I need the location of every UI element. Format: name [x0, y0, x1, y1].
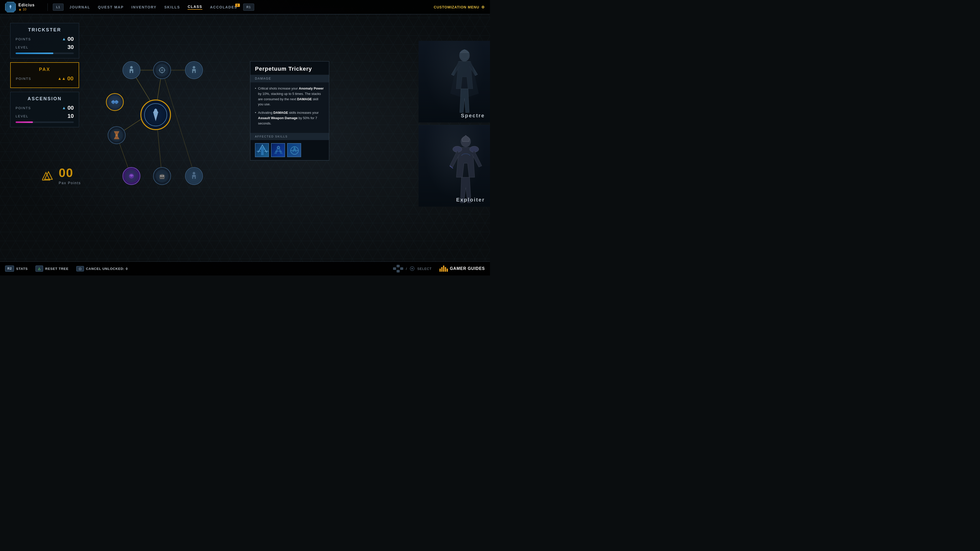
- tooltip-affected-skills-title: AFFECTED SKILLS: [250, 133, 329, 140]
- pax-display-icon: [42, 170, 55, 181]
- ascension-level-label: LEVEL: [16, 114, 28, 118]
- ascension-progress-bar: [16, 121, 74, 123]
- svg-rect-39: [396, 270, 400, 272]
- trickster-level-value: 30: [68, 44, 74, 51]
- player-info: Edicius ▲ 10: [5, 2, 35, 13]
- select-separator: /: [406, 267, 407, 271]
- svg-point-12: [130, 66, 133, 68]
- pax-points-arrow: ▲▲: [58, 76, 66, 81]
- ascension-card: ASCENSION POINTS ▲ 00 LEVEL 10: [10, 92, 79, 127]
- level-arrow: ▲: [18, 7, 22, 11]
- ascension-title: ASCENSION: [16, 96, 74, 102]
- exploiter-name: Exploiter: [456, 197, 485, 203]
- pax-points-row: POINTS ▲▲ 00: [16, 75, 73, 82]
- player-avatar: [5, 2, 16, 13]
- l1-button[interactable]: L1: [53, 3, 64, 11]
- exploiter-panel: Exploiter: [418, 125, 490, 206]
- trickster-progress-bar: [16, 52, 74, 54]
- center-node-inner: [144, 103, 167, 126]
- tooltip-skill-3[interactable]: [287, 143, 301, 157]
- skill-node-top-right[interactable]: [185, 61, 203, 79]
- triangle-key: △: [35, 265, 43, 272]
- gg-text: GAMER GUIDES: [450, 266, 485, 271]
- tooltip-skill-2[interactable]: [271, 143, 285, 157]
- trickster-points-row: POINTS ▲ 00: [16, 36, 74, 42]
- pax-display-number: 00: [59, 166, 81, 180]
- nav-quest-map[interactable]: QUEST MAP: [98, 5, 124, 9]
- nav-journal[interactable]: JOURNAL: [69, 5, 90, 9]
- r2-key: R2: [5, 265, 14, 272]
- customization-icon: ⚙: [481, 5, 485, 9]
- pax-title: PAX: [16, 67, 73, 72]
- trickster-progress-fill: [16, 52, 53, 54]
- ascension-points-label: POINTS: [16, 106, 31, 110]
- gg-bars-icon: [439, 265, 448, 272]
- r1-button[interactable]: R1: [243, 3, 254, 11]
- reset-tree-button[interactable]: △ RESET TREE: [35, 265, 68, 272]
- svg-rect-38: [396, 265, 400, 267]
- dpad-icon: [393, 265, 403, 272]
- center-class-node[interactable]: [140, 100, 171, 130]
- select-info: / SELECT: [393, 265, 431, 272]
- customization-button[interactable]: CUSTOMIZATION MENU ⚙: [434, 5, 485, 9]
- trickster-points-value: ▲ 00: [62, 36, 74, 42]
- player-name-block: Edicius ▲ 10: [18, 3, 35, 11]
- nav-items: JOURNAL QUEST MAP INVENTORY SKILLS CLASS…: [64, 5, 243, 10]
- skill-node-top-left[interactable]: [123, 61, 140, 79]
- exploiter-char-silhouette: [418, 125, 490, 206]
- player-name: Edicius: [18, 3, 35, 7]
- ascension-points-arrow: ▲: [62, 106, 66, 110]
- trickster-level-row: LEVEL 30: [16, 44, 74, 51]
- player-level: ▲ 10: [18, 7, 35, 11]
- ascension-points-value: ▲ 00: [62, 105, 74, 111]
- trickster-level-label: LEVEL: [16, 45, 28, 49]
- pax-points-display: 00 Pax Points: [42, 166, 81, 185]
- ascension-level-row: LEVEL 10: [16, 113, 74, 119]
- ascension-progress-fill: [16, 121, 33, 123]
- skill-node-mid-left[interactable]: [106, 93, 124, 111]
- spectre-char-silhouette: [418, 41, 490, 122]
- stick-icon: [410, 266, 415, 271]
- trickster-card: TRICKSTER POINTS ▲ 00 LEVEL 30: [10, 23, 79, 59]
- tooltip-bullet-1: Critical shots increase your Anomaly Pow…: [255, 86, 325, 107]
- svg-point-27: [192, 172, 195, 175]
- reset-tree-label: RESET TREE: [45, 267, 68, 271]
- pax-display-label: Pax Points: [59, 181, 81, 185]
- svg-point-23: [162, 175, 164, 177]
- skill-node-bottom-left[interactable]: [123, 167, 140, 185]
- nav-accolades[interactable]: ACCOLADES 1: [210, 5, 237, 9]
- spectre-name: Spectre: [461, 113, 485, 119]
- pax-points-value: ▲▲ 00: [58, 75, 73, 82]
- bottom-bar: R2 STATS △ RESET TREE ▢ CANCEL UNLOCKED:…: [0, 262, 490, 275]
- skill-node-mid-right[interactable]: [108, 126, 126, 144]
- tooltip-skill-1[interactable]: [255, 143, 269, 157]
- tooltip-body: Critical shots increase your Anomaly Pow…: [250, 83, 329, 133]
- center-node-ring: [140, 100, 171, 130]
- spectre-panel: Spectre: [418, 41, 490, 122]
- cancel-button[interactable]: ▢ CANCEL UNLOCKED: 0: [76, 266, 128, 272]
- skill-node-top-center[interactable]: [153, 61, 171, 79]
- svg-rect-41: [400, 267, 403, 270]
- stats-button[interactable]: R2 STATS: [5, 265, 28, 272]
- gamer-guides-logo: GAMER GUIDES: [439, 265, 485, 272]
- skill-node-bottom-right[interactable]: [185, 167, 203, 185]
- svg-point-43: [411, 268, 413, 269]
- svg-point-18: [161, 69, 163, 71]
- left-panel: TRICKSTER POINTS ▲ 00 LEVEL 30 PAX POINT…: [10, 23, 79, 127]
- pax-display-number-block: 00 Pax Points: [59, 166, 81, 185]
- top-navigation: Edicius ▲ 10 L1 JOURNAL QUEST MAP INVENT…: [0, 0, 490, 14]
- nav-inventory[interactable]: INVENTORY: [131, 5, 157, 9]
- svg-rect-40: [393, 267, 396, 270]
- ascension-points-row: POINTS ▲ 00: [16, 105, 74, 111]
- square-key: ▢: [76, 266, 84, 272]
- svg-point-20: [115, 135, 118, 136]
- nav-class[interactable]: CLASS: [188, 5, 202, 10]
- cancel-label: CANCEL UNLOCKED: 0: [86, 267, 128, 271]
- tooltip-skills-list: [250, 140, 329, 160]
- nav-skills[interactable]: SKILLS: [164, 5, 180, 9]
- exploiter-image: Exploiter: [418, 125, 490, 206]
- skill-node-bottom-center[interactable]: [153, 167, 171, 185]
- tooltip-bullet-2: Activating DAMAGE skills increases your …: [255, 110, 325, 126]
- svg-point-19: [192, 66, 195, 68]
- trickster-title: TRICKSTER: [16, 27, 74, 33]
